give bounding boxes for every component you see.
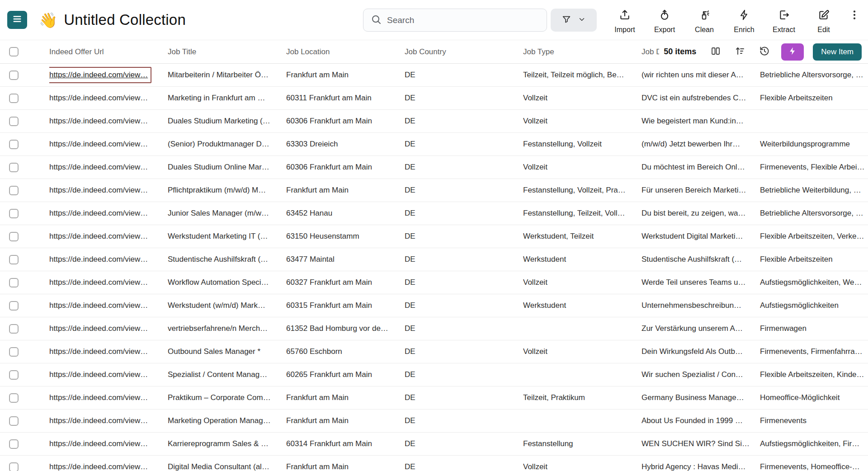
- row-checkbox[interactable]: [9, 163, 19, 172]
- table-row[interactable]: https://de.indeed.com/view… Duales Studi…: [0, 156, 868, 179]
- cell-indeed-offer-url[interactable]: https://de.indeed.com/view…: [49, 370, 168, 379]
- cell-job-country[interactable]: DE: [405, 301, 523, 310]
- cell-job-location[interactable]: 60327 Frankfurt am Main: [286, 278, 405, 287]
- cell-job-country[interactable]: DE: [405, 462, 523, 471]
- cell-indeed-offer-url[interactable]: https://de.indeed.com/view…: [49, 255, 168, 264]
- cell-job-desc[interactable]: Für unseren Bereich Marketi…: [642, 186, 760, 195]
- edit-button[interactable]: Edit: [804, 8, 844, 34]
- cell-job-title[interactable]: Spezialist / Content Manag…: [168, 370, 286, 379]
- cell-job-country[interactable]: DE: [405, 393, 523, 402]
- cell-job-title[interactable]: Digital Media Consultant (al…: [168, 462, 286, 471]
- table-row[interactable]: https://de.indeed.com/view… Mitarbeiteri…: [0, 64, 868, 87]
- row-checkbox[interactable]: [9, 324, 19, 334]
- cell-job-location[interactable]: 60315 Frankfurt am Main: [286, 301, 405, 310]
- column-header-job-country[interactable]: Job Country: [405, 47, 523, 57]
- cell-extra[interactable]: Aufstiegsmöglichkeiten: [760, 301, 868, 310]
- cell-indeed-offer-url[interactable]: https://de.indeed.com/view…: [49, 347, 168, 356]
- cell-job-desc[interactable]: Unternehmensbeschreibun…: [642, 301, 760, 310]
- table-row[interactable]: https://de.indeed.com/view… Werkstudent …: [0, 225, 868, 248]
- row-checkbox[interactable]: [9, 94, 19, 103]
- row-checkbox[interactable]: [9, 393, 19, 403]
- column-header-job-type[interactable]: Job Type: [523, 47, 642, 57]
- cell-job-desc[interactable]: Studentische Aushilfskraft (…: [642, 255, 760, 264]
- cell-extra[interactable]: Weiterbildungsprogramme: [760, 140, 868, 149]
- cell-job-desc[interactable]: Zur Verstärkung unserem A…: [642, 324, 760, 333]
- clean-button[interactable]: Clean: [684, 8, 724, 34]
- cell-job-location[interactable]: 61352 Bad Homburg vor de…: [286, 324, 405, 333]
- cell-job-country[interactable]: DE: [405, 347, 523, 356]
- cell-job-location[interactable]: 60306 Frankfurt am Main: [286, 163, 405, 172]
- cell-job-title[interactable]: Duales Studium Online Mar…: [168, 163, 286, 172]
- cell-job-country[interactable]: DE: [405, 163, 523, 172]
- search-box[interactable]: [363, 9, 547, 32]
- cell-extra[interactable]: Firmenevents, Homeoffice-…: [760, 462, 868, 471]
- cell-job-country[interactable]: DE: [405, 255, 523, 264]
- cell-job-location[interactable]: Frankfurt am Main: [286, 186, 405, 195]
- cell-job-location[interactable]: 60311 Frankfurt am Main: [286, 94, 405, 103]
- cell-indeed-offer-url[interactable]: https://de.indeed.com/view…: [49, 94, 168, 103]
- cell-job-desc[interactable]: About Us Founded in 1999 …: [642, 416, 760, 425]
- row-checkbox[interactable]: [9, 416, 19, 426]
- cell-job-desc[interactable]: Werde Teil unseres Teams u…: [642, 278, 760, 287]
- cell-job-country[interactable]: DE: [405, 370, 523, 379]
- cell-job-type[interactable]: Vollzeit: [523, 94, 642, 103]
- row-checkbox[interactable]: [9, 439, 19, 449]
- cell-job-title[interactable]: Karriereprogramm Sales & …: [168, 439, 286, 448]
- cell-job-country[interactable]: DE: [405, 117, 523, 126]
- cell-job-country[interactable]: DE: [405, 416, 523, 425]
- cell-job-title[interactable]: Pflichtpraktikum (m/w/d) M…: [168, 186, 286, 195]
- cell-job-type[interactable]: Vollzeit: [523, 117, 642, 126]
- cell-job-country[interactable]: DE: [405, 278, 523, 287]
- table-row[interactable]: https://de.indeed.com/view… Marketing Op…: [0, 410, 868, 433]
- cell-job-type[interactable]: Werkstudent: [523, 301, 642, 310]
- cell-job-location[interactable]: 60306 Frankfurt am Main: [286, 117, 405, 126]
- history-button[interactable]: [757, 44, 772, 60]
- row-checkbox[interactable]: [9, 255, 19, 264]
- cell-job-country[interactable]: DE: [405, 439, 523, 448]
- cell-job-desc[interactable]: Dein Wirkungsfeld Als Outb…: [642, 347, 760, 356]
- cell-extra[interactable]: Homeoffice-Möglichkeit: [760, 393, 868, 402]
- cell-indeed-offer-url[interactable]: https://de.indeed.com/view…: [49, 186, 168, 195]
- cell-extra[interactable]: Flexible Arbeitszeiten: [760, 255, 868, 264]
- cell-extra[interactable]: Firmenevents, Flexible Arbei…: [760, 163, 868, 172]
- cell-job-title[interactable]: (Senior) Produktmanager D…: [168, 140, 286, 149]
- cell-job-title[interactable]: Junior Sales Manager (m/w…: [168, 209, 286, 218]
- cell-extra[interactable]: Flexible Arbeitszeiten, Verke…: [760, 232, 868, 241]
- cell-indeed-offer-url[interactable]: https://de.indeed.com/view…: [49, 117, 168, 126]
- cell-extra[interactable]: Aufstiegsmöglichkeiten, Fir…: [760, 439, 868, 448]
- cell-job-type[interactable]: Werkstudent, Teilzeit: [523, 232, 642, 241]
- table-row[interactable]: https://de.indeed.com/view… vertriebserf…: [0, 317, 868, 340]
- more-options-button[interactable]: [844, 8, 865, 23]
- cell-job-country[interactable]: DE: [405, 324, 523, 333]
- row-checkbox[interactable]: [9, 278, 19, 287]
- table-row[interactable]: https://de.indeed.com/view… Werkstudent …: [0, 294, 868, 317]
- select-all-checkbox[interactable]: [9, 47, 19, 57]
- table-row[interactable]: https://de.indeed.com/view… Duales Studi…: [0, 110, 868, 133]
- cell-job-location[interactable]: 63477 Maintal: [286, 255, 405, 264]
- cell-indeed-offer-url[interactable]: https://de.indeed.com/view…: [49, 462, 168, 471]
- table-row[interactable]: https://de.indeed.com/view… Praktikum – …: [0, 386, 868, 410]
- row-checkbox[interactable]: [9, 232, 19, 241]
- cell-extra[interactable]: Betriebliche Altersvorsorge, …: [760, 71, 868, 80]
- columns-view-button[interactable]: [708, 44, 723, 60]
- cell-extra[interactable]: Firmenwagen: [760, 324, 868, 333]
- cell-indeed-offer-url[interactable]: https://de.indeed.com/view…: [49, 209, 168, 218]
- cell-extra[interactable]: Firmenevents: [760, 416, 868, 425]
- cell-indeed-offer-url[interactable]: https://de.indeed.com/view…: [49, 140, 168, 149]
- cell-job-desc[interactable]: Germany Business Manage…: [642, 393, 760, 402]
- cell-job-location[interactable]: 63303 Dreieich: [286, 140, 405, 149]
- cell-job-location[interactable]: 65760 Eschborn: [286, 347, 405, 356]
- table-row[interactable]: https://de.indeed.com/view… (Senior) Pro…: [0, 133, 868, 156]
- row-checkbox[interactable]: [9, 347, 19, 357]
- filter-button[interactable]: [551, 9, 597, 32]
- cell-job-type[interactable]: Vollzeit: [523, 278, 642, 287]
- import-button[interactable]: Import: [605, 8, 645, 34]
- cell-job-title[interactable]: Mitarbeiterin / Mitarbeiter Ö…: [168, 71, 286, 80]
- cell-job-desc[interactable]: Wir suchen Spezialist / Con…: [642, 370, 760, 379]
- cell-job-type[interactable]: Werkstudent: [523, 255, 642, 264]
- row-checkbox[interactable]: [9, 462, 19, 471]
- table-row[interactable]: https://de.indeed.com/view… Marketing in…: [0, 87, 868, 110]
- cell-job-desc[interactable]: Du bist bereit, zu zeigen, wa…: [642, 209, 760, 218]
- cell-job-type[interactable]: Festanstellung: [523, 439, 642, 448]
- cell-indeed-offer-url[interactable]: https://de.indeed.com/view…: [49, 416, 168, 425]
